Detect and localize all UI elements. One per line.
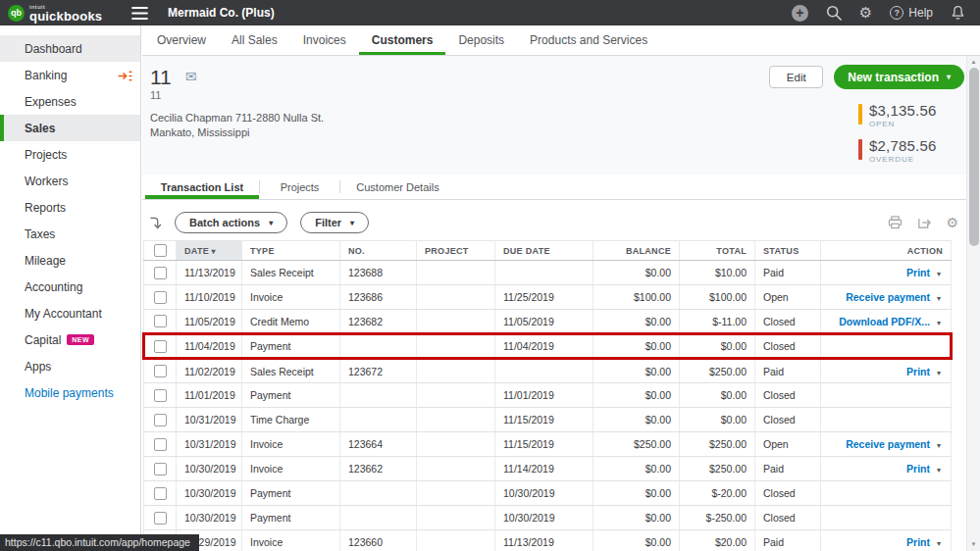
column-header-type[interactable]: TYPE	[242, 241, 340, 261]
action-link[interactable]: Receive payment	[846, 438, 930, 450]
action-caret-icon[interactable]: ▾	[937, 270, 941, 278]
transaction-row[interactable]: 10/31/2019Invoice12366411/15/2019$250.00…	[144, 432, 952, 457]
search-icon[interactable]	[826, 5, 842, 21]
action-caret-icon[interactable]: ▾	[937, 319, 941, 327]
sidebar-item-capital[interactable]: CapitalNEW	[0, 326, 140, 353]
cell-status: Paid	[755, 457, 821, 481]
sidebar-item-apps[interactable]: Apps	[0, 353, 140, 379]
column-header-due-date[interactable]: DUE DATE	[495, 241, 593, 261]
tab-invoices[interactable]: Invoices	[290, 25, 359, 55]
help-menu[interactable]: ? Help	[890, 6, 933, 20]
tab-deposits[interactable]: Deposits	[445, 25, 517, 55]
action-link[interactable]: Print	[906, 267, 930, 278]
tab-products-and-services[interactable]: Products and Services	[517, 25, 660, 55]
action-link[interactable]: Print	[906, 536, 930, 548]
action-caret-icon[interactable]: ▾	[937, 539, 941, 548]
email-envelope-icon[interactable]: ✉	[185, 69, 197, 84]
edit-button[interactable]: Edit	[769, 66, 823, 88]
quickbooks-logo[interactable]: qb intuit quickbooks	[0, 4, 126, 23]
action-caret-icon[interactable]: ▾	[937, 441, 941, 450]
transaction-row[interactable]: 11/13/2019Sales Receipt123688$0.00$10.00…	[144, 261, 952, 285]
row-checkbox[interactable]	[154, 267, 167, 279]
sidebar-item-projects[interactable]: Projects	[0, 141, 140, 168]
tab-all-sales[interactable]: All Sales	[219, 25, 290, 55]
sidebar-item-workers[interactable]: Workers	[0, 168, 140, 194]
transaction-row[interactable]: 11/01/2019Payment11/01/2019$0.00$0.00Clo…	[144, 383, 952, 408]
sidebar-item-expenses[interactable]: Expenses	[0, 88, 140, 115]
help-label: Help	[908, 6, 933, 20]
transaction-row[interactable]: 10/29/2019Invoice12366011/13/2019$0.00$2…	[144, 530, 952, 551]
action-caret-icon[interactable]: ▾	[937, 466, 941, 475]
column-header-total[interactable]: TOTAL	[680, 241, 755, 261]
column-header-action[interactable]: ACTION	[821, 241, 952, 261]
action-caret-icon[interactable]: ▾	[937, 369, 941, 377]
row-checkbox[interactable]	[154, 438, 167, 451]
row-checkbox[interactable]	[154, 389, 167, 402]
export-icon[interactable]	[917, 216, 931, 229]
cell-balance: $100.00	[593, 285, 680, 310]
row-checkbox[interactable]	[154, 365, 167, 377]
vertical-scrollbar[interactable]: ▲ ▼	[966, 56, 980, 551]
transaction-row[interactable]: 10/30/2019Payment10/30/2019$0.00$-20.00C…	[144, 481, 952, 506]
balance-summary: $3,135.56OPEN$2,785.56OVERDUE	[858, 102, 964, 164]
transaction-row-highlighted[interactable]: 11/04/2019Payment11/04/2019$0.00$0.00Clo…	[144, 334, 952, 359]
transaction-row[interactable]: 11/05/2019Credit Memo12368211/05/2019$0.…	[144, 310, 952, 334]
column-header-status[interactable]: STATUS	[755, 241, 821, 261]
transaction-row[interactable]: 11/02/2019Sales Receipt123672$0.00$250.0…	[144, 359, 952, 383]
tab-customers[interactable]: Customers	[359, 25, 446, 55]
batch-actions-button[interactable]: Batch actions ▾	[175, 212, 287, 233]
sidebar-item-accounting[interactable]: Accounting	[0, 274, 140, 300]
row-checkbox[interactable]	[154, 291, 167, 304]
row-checkbox[interactable]	[154, 463, 167, 476]
sidebar-collapse-icon[interactable]	[118, 71, 132, 81]
transaction-row[interactable]: 10/31/2019Time Charge11/15/2019$0.00$0.0…	[144, 408, 952, 432]
sidebar-item-reports[interactable]: Reports	[0, 194, 140, 221]
sidebar-item-mileage[interactable]: Mileage	[0, 247, 140, 274]
sidebar-item-mobile-payments[interactable]: Mobile payments	[0, 379, 140, 406]
column-header-balance[interactable]: BALANCE	[593, 241, 680, 261]
sidebar-item-my-accountant[interactable]: My Accountant	[0, 300, 140, 326]
scroll-up-icon[interactable]: ▲	[967, 56, 980, 68]
column-header-no[interactable]: NO.	[340, 241, 417, 261]
action-link[interactable]: Download PDF/X...	[839, 316, 930, 327]
create-new-icon[interactable]: +	[792, 5, 808, 22]
column-header-date[interactable]: DATE ▾	[177, 241, 242, 261]
action-link[interactable]: Print	[906, 366, 930, 377]
row-checkbox[interactable]	[154, 487, 167, 500]
subtab-customer-details[interactable]: Customer Details	[340, 175, 455, 199]
balance-amount: $2,785.56	[869, 137, 937, 154]
column-header-project[interactable]: PROJECT	[417, 241, 495, 261]
transaction-row[interactable]: 10/30/2019Invoice12366211/14/2019$0.00$2…	[144, 457, 952, 481]
cell-balance: $0.00	[593, 334, 680, 359]
sidebar-item-dashboard[interactable]: Dashboard	[0, 35, 140, 62]
filter-button[interactable]: Filter ▾	[300, 212, 369, 233]
notifications-bell-icon[interactable]	[951, 5, 965, 21]
transaction-row[interactable]: 10/30/2019Payment10/30/2019$0.00$-250.00…	[144, 506, 952, 530]
action-link[interactable]: Print	[906, 463, 930, 475]
scrollbar-thumb[interactable]	[969, 68, 979, 246]
sidebar-item-taxes[interactable]: Taxes	[0, 221, 140, 247]
tab-overview[interactable]: Overview	[144, 25, 219, 55]
action-link[interactable]: Receive payment	[846, 291, 930, 303]
sidebar-item-sales[interactable]: Sales	[0, 115, 140, 141]
action-caret-icon[interactable]: ▾	[937, 294, 941, 303]
row-checkbox[interactable]	[154, 512, 167, 525]
new-transaction-button[interactable]: New transaction ▾	[834, 65, 964, 89]
print-icon[interactable]	[888, 216, 903, 229]
table-settings-gear-icon[interactable]: ⚙	[946, 216, 958, 229]
sidebar-item-label: Banking	[25, 69, 67, 82]
company-name[interactable]: Mermaid Co. (Plus)	[168, 6, 275, 20]
transaction-row[interactable]: 11/10/2019Invoice12368611/25/2019$100.00…	[144, 285, 952, 310]
cell-date: 11/04/2019	[177, 334, 242, 359]
subtab-projects[interactable]: Projects	[260, 175, 339, 199]
gear-icon[interactable]: ⚙	[859, 6, 872, 21]
row-checkbox[interactable]	[154, 340, 167, 353]
row-checkbox[interactable]	[154, 315, 167, 327]
jump-to-row-icon[interactable]	[149, 216, 162, 230]
scroll-down-icon[interactable]: ▼	[967, 538, 980, 550]
row-checkbox[interactable]	[154, 414, 167, 426]
select-all-checkbox[interactable]	[154, 244, 167, 257]
hamburger-menu-icon[interactable]	[131, 7, 148, 20]
cell-due-date: 11/25/2019	[495, 285, 593, 310]
subtab-transaction-list[interactable]: Transaction List	[145, 175, 259, 199]
